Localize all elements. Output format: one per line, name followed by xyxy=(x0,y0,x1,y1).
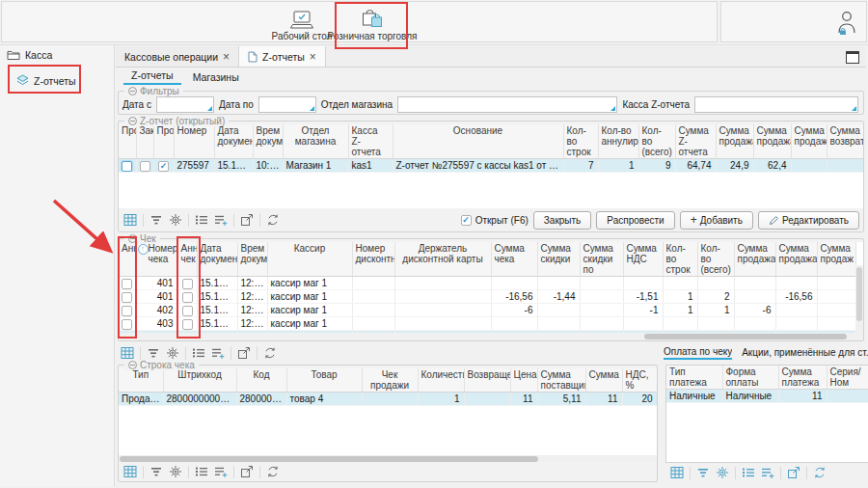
column-header[interactable]: Сумма xyxy=(585,368,622,393)
tab-payment[interactable]: Оплата по чеку xyxy=(664,346,732,360)
numbered-list-icon[interactable] xyxy=(192,346,205,360)
column-header[interactable]: Дата докумен xyxy=(214,124,253,159)
row-checkbox[interactable] xyxy=(122,306,132,316)
column-header[interactable]: Дата докумен xyxy=(197,242,237,277)
row-checkbox[interactable] xyxy=(140,161,150,172)
scrollbar-thumb[interactable] xyxy=(644,334,847,339)
column-header[interactable]: Врем докум xyxy=(237,242,267,277)
open-f6-checkbox[interactable]: ✓ xyxy=(461,215,472,226)
tab-promos[interactable]: Акции, применённые для ст... xyxy=(742,347,868,359)
column-header[interactable]: Сумма чека xyxy=(491,242,537,277)
column-header[interactable]: НДС, % xyxy=(622,368,657,393)
column-header[interactable]: Возвращен xyxy=(464,368,510,393)
column-header[interactable]: Сумма продажа xyxy=(734,242,775,277)
column-header[interactable]: Количество xyxy=(418,368,464,393)
table-row[interactable]: 40215.10.2412:20кассир маг 1-6-111-6 xyxy=(119,304,855,317)
edit-button[interactable]: Редактировать xyxy=(758,211,859,230)
grid-icon[interactable] xyxy=(123,465,137,478)
column-header[interactable]: Сумма НДС xyxy=(623,242,663,277)
table-row[interactable]: НаличныеНаличные11 xyxy=(666,390,868,403)
table-row[interactable]: 40115.10.2412:16кассир маг 1-16,56-1,44-… xyxy=(119,290,855,304)
row-checkbox[interactable] xyxy=(182,306,193,316)
tab-cash-operations[interactable]: Кассовые операции × xyxy=(116,46,239,67)
table-row[interactable]: Продажа2800000000035280000000...товар 41… xyxy=(119,393,657,406)
column-header[interactable]: Тип платежа xyxy=(666,366,722,390)
sidebar-item-kassa[interactable]: Касса xyxy=(0,45,114,65)
table-row[interactable]: 40315.10.2412:46кассир маг 1 xyxy=(119,317,855,331)
column-header[interactable]: Анн xyxy=(119,242,135,277)
add-list-icon[interactable] xyxy=(214,465,228,478)
gear-icon[interactable] xyxy=(169,465,182,478)
column-header[interactable]: Кол-во строк xyxy=(563,124,598,159)
gear-icon[interactable] xyxy=(716,466,729,479)
column-header[interactable]: Основание xyxy=(393,124,563,159)
kassa-z-input[interactable] xyxy=(694,96,858,113)
scrollbar-thumb[interactable] xyxy=(856,267,862,321)
unpost-button[interactable]: Распровести xyxy=(596,211,674,230)
collapse-icon[interactable] xyxy=(128,117,137,125)
refresh-icon[interactable] xyxy=(813,466,827,479)
filter-icon[interactable] xyxy=(149,213,163,227)
open-window-icon[interactable] xyxy=(237,346,251,360)
refresh-icon[interactable] xyxy=(266,213,280,227)
column-header[interactable]: Сумма продажа xyxy=(775,242,817,277)
column-header[interactable]: Про xyxy=(153,124,174,159)
gear-icon[interactable] xyxy=(166,346,179,360)
date-from-input[interactable] xyxy=(156,96,214,113)
user-button[interactable] xyxy=(835,10,857,36)
column-header[interactable]: Код xyxy=(236,368,286,393)
open-f6-toggle[interactable]: ✓ Открыт (F6) xyxy=(461,215,529,226)
column-header[interactable]: Сумма продажа xyxy=(753,124,791,159)
table-row[interactable]: ✓27559715.10.2410:16Магазин 1kas1Z-отчет… xyxy=(119,159,863,173)
grid-icon[interactable] xyxy=(670,466,684,479)
retail-button[interactable]: Розничная торговля xyxy=(339,4,406,41)
column-header[interactable]: Зак xyxy=(136,124,153,159)
column-header[interactable]: Сумма продаж xyxy=(817,242,855,277)
column-header[interactable]: Штрихкод xyxy=(163,368,236,393)
column-header[interactable]: Сумма продажа xyxy=(716,124,753,159)
open-window-icon[interactable] xyxy=(240,213,254,227)
tab-zreports[interactable]: Z-отчеты × xyxy=(239,46,326,67)
row-checkbox[interactable] xyxy=(182,319,193,330)
refresh-icon[interactable] xyxy=(263,346,277,360)
filter-icon[interactable] xyxy=(149,465,163,478)
vertical-scrollbar[interactable] xyxy=(855,265,863,333)
horizontal-scrollbar[interactable] xyxy=(119,333,863,340)
column-header[interactable]: Кол-во аннулирс xyxy=(598,124,638,159)
add-list-icon[interactable] xyxy=(211,346,225,360)
add-list-icon[interactable] xyxy=(761,466,774,479)
store-dept-input[interactable] xyxy=(397,96,617,113)
column-header[interactable]: Про xyxy=(119,124,136,159)
gear-icon[interactable] xyxy=(169,213,182,227)
column-header[interactable]: Кассир xyxy=(267,242,352,277)
row-checkbox[interactable] xyxy=(182,292,193,303)
numbered-list-icon[interactable] xyxy=(195,465,208,478)
grid-icon[interactable] xyxy=(121,346,134,360)
column-header[interactable]: Касса Z- отчета xyxy=(348,124,393,159)
column-header[interactable]: Тип xyxy=(119,368,163,393)
column-header[interactable]: Товар xyxy=(286,368,362,393)
scrollbar-thumb[interactable] xyxy=(120,456,538,462)
collapse-icon[interactable] xyxy=(128,87,137,95)
grid-icon[interactable] xyxy=(123,213,137,227)
column-header[interactable]: Чек продажи xyxy=(362,368,418,393)
add-button[interactable]: +Добавить xyxy=(680,211,753,230)
column-header[interactable]: Сумма Z- отчета xyxy=(675,124,716,159)
horizontal-scrollbar[interactable] xyxy=(119,455,657,462)
column-header[interactable]: Кол-во (всего) xyxy=(697,242,734,277)
column-header[interactable]: Отдел магазина xyxy=(283,124,348,159)
open-window-icon[interactable] xyxy=(240,465,254,478)
subtab-stores[interactable]: Магазины xyxy=(185,70,247,85)
refresh-icon[interactable] xyxy=(266,465,280,478)
column-header[interactable]: Сумма платежа xyxy=(778,366,827,390)
filter-icon[interactable] xyxy=(696,466,710,479)
column-header[interactable]: Кол-во строк xyxy=(663,242,697,277)
desktop-button[interactable]: Рабочий стол xyxy=(269,4,335,41)
column-header[interactable]: ↑Номер чека xyxy=(135,242,177,277)
open-window-icon[interactable] xyxy=(787,466,800,479)
column-header[interactable]: Форма оплаты xyxy=(722,366,778,390)
column-header[interactable]: Держатель дисконтной карты xyxy=(394,242,491,277)
column-header[interactable]: Номер xyxy=(174,124,214,159)
row-checkbox[interactable] xyxy=(122,292,132,303)
row-checkbox[interactable] xyxy=(122,161,132,172)
